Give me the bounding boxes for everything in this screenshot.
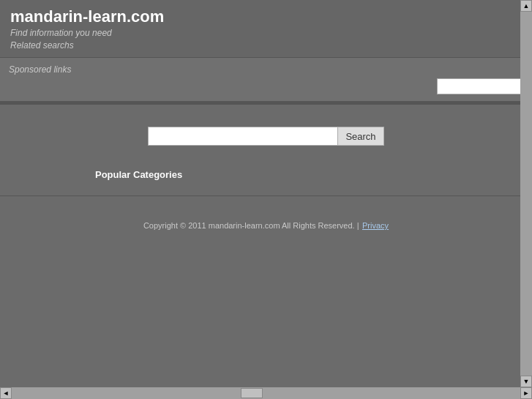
search-row: Search	[0, 127, 532, 146]
horizontal-scroll-track	[12, 387, 520, 399]
scroll-right-button[interactable]: ►	[520, 387, 532, 399]
search-input[interactable]	[148, 127, 338, 146]
vertical-scroll-track	[520, 12, 532, 376]
scroll-down-button[interactable]: ▼	[520, 376, 532, 387]
sponsored-bar: Sponsored links	[0, 58, 532, 102]
sponsored-search-input[interactable]	[437, 78, 532, 94]
tagline: Find information you need	[10, 28, 522, 38]
right-scrollbar: ▲ ▼	[520, 0, 532, 387]
site-title: mandarin-learn.com	[10, 7, 522, 26]
bottom-scrollbar: ◄ ►	[0, 387, 532, 399]
footer: Copyright © 2011 mandarin-learn.com All …	[0, 211, 532, 239]
scroll-left-button[interactable]: ◄	[0, 387, 12, 399]
related-searches-link[interactable]: Related searchs	[10, 40, 74, 51]
main-content: Search Popular Categories	[0, 105, 532, 195]
footer-copyright: Copyright © 2011 mandarin-learn.com All …	[143, 221, 359, 230]
header-section: mandarin-learn.com Find information you …	[0, 0, 532, 58]
scroll-thumb[interactable]	[241, 388, 263, 398]
sponsored-label: Sponsored links	[9, 64, 71, 75]
main-divider	[0, 195, 532, 196]
privacy-link[interactable]: Privacy	[362, 221, 389, 230]
popular-categories-section: Popular Categories	[0, 168, 532, 181]
scroll-up-button[interactable]: ▲	[520, 0, 532, 12]
popular-categories-title: Popular Categories	[95, 169, 182, 180]
search-button[interactable]: Search	[338, 127, 383, 146]
